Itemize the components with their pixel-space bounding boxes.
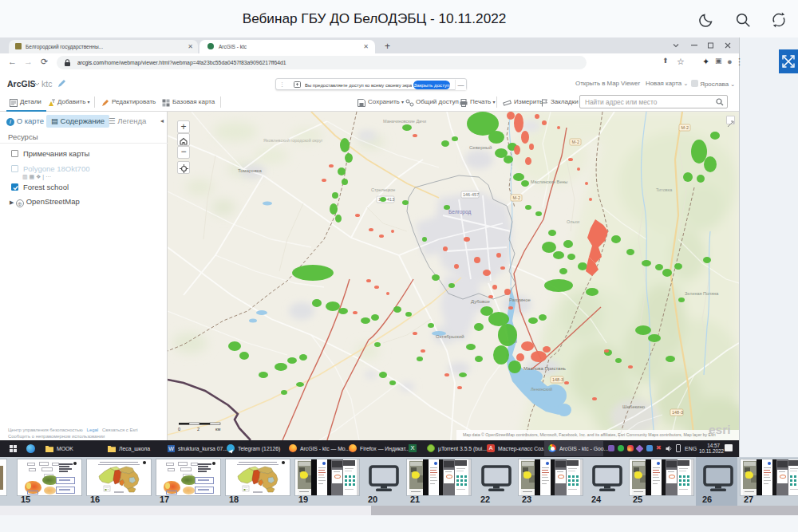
svg-text:М-2: М-2: [513, 195, 520, 200]
svg-text:Дубовое: Дубовое: [471, 299, 490, 304]
svg-text:Зеленая Поляна: Зеленая Поляна: [685, 291, 719, 296]
svg-text:Ольхи: Ольхи: [567, 219, 579, 224]
svg-text:Яковлевский городской округ: Яковлевский городской округ: [263, 138, 323, 143]
svg-text:Разумное: Разумное: [509, 298, 531, 302]
svg-text:Map data © OpenStreetMap contr: Map data © OpenStreetMap contributors, M…: [463, 432, 716, 437]
svg-text:Ленинский: Ленинский: [531, 387, 552, 392]
svg-text:М-2: М-2: [572, 140, 579, 144]
svg-text:Октябрьский: Октябрьский: [436, 334, 464, 339]
svg-text:Томаровка: Томаровка: [238, 168, 263, 173]
svg-text:Маначиновские Дачи: Маначиновские Дачи: [383, 119, 426, 124]
svg-text:Северный: Северный: [469, 145, 492, 150]
svg-text:0: 0: [178, 427, 180, 432]
svg-text:Стрелецкое: Стрелецкое: [371, 187, 395, 192]
svg-text:2: 2: [197, 427, 200, 432]
svg-text:Шебекино: Шебекино: [622, 404, 646, 409]
svg-text:146-457: 146-457: [463, 192, 479, 197]
svg-text:км: км: [215, 427, 220, 432]
svg-text:Маслинские Вены: Маслинские Вены: [531, 179, 567, 184]
svg-text:148-3: 148-3: [552, 377, 563, 382]
svg-text:М-2: М-2: [681, 125, 689, 130]
svg-text:Титовка: Титовка: [656, 187, 673, 192]
svg-text:148-3: 148-3: [672, 410, 683, 415]
svg-text:Белгород: Белгород: [448, 209, 471, 215]
svg-text:Маслова Пристань: Маслова Пристань: [523, 366, 566, 371]
svg-text:esri: esri: [709, 423, 731, 436]
